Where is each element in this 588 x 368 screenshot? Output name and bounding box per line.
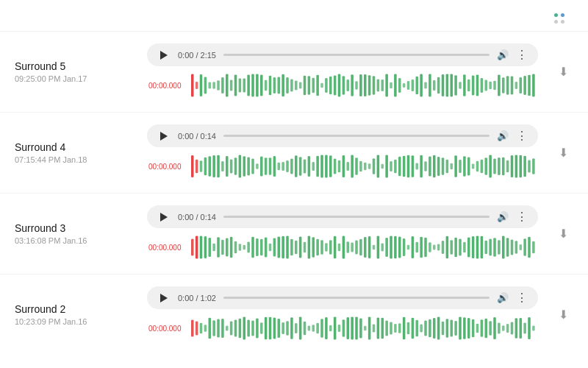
waveform-area: 00:00.000 [147,152,538,181]
download-button[interactable]: ⬇ [553,224,573,244]
svg-rect-274 [338,325,341,332]
svg-rect-126 [390,161,392,171]
more-options-icon[interactable]: ⋮ [516,48,528,62]
play-button[interactable] [157,291,171,305]
svg-rect-53 [420,74,423,97]
svg-rect-255 [256,319,259,339]
recording-date: 09:25:00 PM Jan.17 [15,74,132,83]
play-icon [160,213,168,222]
svg-rect-289 [403,317,406,339]
svg-rect-239 [532,241,535,254]
svg-rect-121 [368,163,371,169]
more-options-icon[interactable]: ⋮ [516,291,528,305]
svg-rect-64 [467,79,470,92]
svg-rect-312 [502,325,505,330]
svg-rect-311 [498,322,501,333]
grid-icon[interactable] [554,13,564,24]
download-button[interactable]: ⬇ [553,305,573,325]
download-icon: ⬇ [559,227,568,241]
svg-rect-277 [351,317,354,340]
svg-rect-201 [368,236,371,258]
progress-bar[interactable] [223,135,490,137]
svg-rect-162 [200,236,203,259]
svg-rect-305 [472,319,475,337]
svg-rect-191 [325,243,328,251]
svg-rect-130 [407,155,410,178]
svg-rect-8 [226,74,229,96]
svg-rect-256 [260,322,263,333]
audio-player: 0:00 / 0:14 🔊 ⋮ [147,124,538,147]
svg-rect-307 [481,319,484,337]
svg-rect-203 [377,236,380,258]
svg-rect-310 [493,317,496,339]
svg-rect-117 [351,155,354,177]
svg-rect-301 [454,321,457,336]
recording-info: Surround 5 09:25:00 PM Jan.17 [15,60,132,83]
progress-bar[interactable] [223,54,490,56]
svg-rect-273 [334,316,337,339]
recording-date: 03:16:08 PM Jan.16 [15,236,132,245]
play-button[interactable] [157,130,171,143]
svg-rect-199 [359,239,362,255]
download-button[interactable]: ⬇ [553,62,573,82]
svg-rect-77 [523,76,526,95]
svg-rect-317 [523,323,526,334]
svg-rect-101 [282,162,284,171]
volume-icon[interactable]: 🔊 [497,292,509,303]
svg-rect-42 [373,76,376,94]
volume-icon[interactable]: 🔊 [497,49,509,60]
svg-rect-269 [316,323,319,334]
recording-date: 07:15:44 PM Jan.18 [15,155,132,164]
svg-rect-196 [347,241,350,252]
play-button[interactable] [157,210,171,224]
svg-rect-157 [523,156,526,177]
svg-rect-257 [265,317,268,339]
more-options-icon[interactable]: ⋮ [516,210,528,224]
audio-player: 0:00 / 1:02 🔊 ⋮ [147,286,538,309]
progress-bar[interactable] [223,297,490,299]
recording-info: Surround 4 07:15:44 PM Jan.18 [15,141,132,164]
svg-rect-226 [476,236,479,259]
svg-rect-266 [304,322,306,336]
svg-rect-237 [523,238,526,256]
audio-player: 0:00 / 0:14 🔊 ⋮ [147,205,538,228]
progress-bar[interactable] [223,216,490,218]
download-button[interactable]: ⬇ [553,143,573,163]
svg-rect-279 [359,319,362,339]
svg-rect-222 [459,239,462,256]
svg-rect-72 [502,77,505,93]
svg-rect-205 [385,238,388,257]
svg-rect-97 [265,158,268,174]
svg-rect-136 [433,155,436,177]
svg-rect-45 [385,74,388,97]
svg-rect-62 [459,82,462,88]
svg-rect-124 [381,164,384,169]
header-actions [554,13,573,24]
svg-rect-252 [243,317,246,340]
svg-rect-231 [498,240,501,254]
volume-icon[interactable]: 🔊 [497,211,509,222]
svg-rect-26 [304,76,306,96]
play-button[interactable] [157,49,171,62]
svg-rect-188 [312,237,315,257]
svg-rect-86 [217,155,220,178]
svg-rect-254 [251,321,254,336]
svg-rect-122 [373,158,376,174]
svg-rect-107 [308,156,311,177]
waveform-time: 00:00.000 [148,244,187,252]
svg-rect-98 [269,158,272,174]
svg-rect-66 [476,75,479,96]
svg-rect-283 [377,318,380,339]
svg-rect-115 [343,155,345,177]
svg-rect-173 [247,242,250,253]
more-options-icon[interactable]: ⋮ [516,129,528,143]
svg-rect-125 [385,155,388,177]
svg-rect-175 [256,238,259,256]
svg-rect-33 [334,75,337,95]
svg-rect-135 [429,157,431,177]
svg-rect-12 [243,79,246,93]
svg-rect-260 [278,319,281,338]
volume-icon[interactable]: 🔊 [497,130,509,141]
waveform-time: 00:00.000 [148,163,187,171]
svg-rect-145 [472,163,475,169]
